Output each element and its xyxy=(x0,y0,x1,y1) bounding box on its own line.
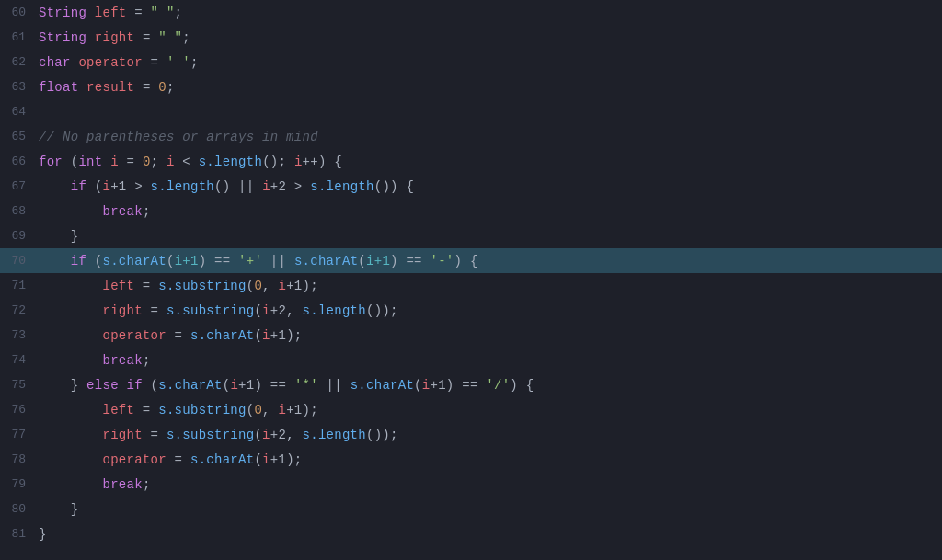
line-content: if (s.charAt(i+1) == '+' || s.charAt(i+1… xyxy=(39,254,933,269)
line-number: 68 xyxy=(0,204,39,218)
line-number: 64 xyxy=(0,105,39,119)
line-content: right = s.substring(i+2, s.length()); xyxy=(39,428,933,442)
line-content: if (i+1 > s.length() || i+2 > s.length()… xyxy=(39,179,933,194)
line-content: } xyxy=(39,502,933,517)
line-number: 77 xyxy=(0,428,39,441)
line-content: } xyxy=(39,527,933,542)
line-number: 78 xyxy=(0,452,39,466)
line-number: 76 xyxy=(0,403,39,417)
line-number: 75 xyxy=(0,378,39,392)
code-line: 72 right = s.substring(i+2, s.length()); xyxy=(0,298,942,323)
code-line: 70 if (s.charAt(i+1) == '+' || s.charAt(… xyxy=(0,248,942,273)
line-content: left = s.substring(0, i+1); xyxy=(39,403,933,417)
line-content: operator = s.charAt(i+1); xyxy=(39,452,933,467)
line-number: 60 xyxy=(0,6,39,19)
code-line: 64 xyxy=(0,99,942,124)
line-content: float result = 0; xyxy=(39,80,933,95)
line-number: 67 xyxy=(0,179,39,193)
code-line: 67 if (i+1 > s.length() || i+2 > s.lengt… xyxy=(0,174,942,199)
line-content: operator = s.charAt(i+1); xyxy=(39,328,933,343)
code-line: 69 } xyxy=(0,223,942,248)
line-number: 81 xyxy=(0,527,39,541)
line-number: 69 xyxy=(0,229,39,243)
line-number: 65 xyxy=(0,130,39,143)
line-content: for (int i = 0; i < s.length(); i++) { xyxy=(39,154,933,169)
code-line: 60String left = " "; xyxy=(0,0,942,25)
code-line: 71 left = s.substring(0, i+1); xyxy=(0,273,942,298)
line-number: 74 xyxy=(0,353,39,367)
line-content: char operator = ' '; xyxy=(39,55,933,70)
code-line: 61String right = " "; xyxy=(0,25,942,50)
line-number: 63 xyxy=(0,80,39,94)
line-content: String right = " "; xyxy=(39,30,933,45)
line-number: 61 xyxy=(0,30,39,44)
code-line: 77 right = s.substring(i+2, s.length()); xyxy=(0,422,942,447)
code-line: 78 operator = s.charAt(i+1); xyxy=(0,447,942,472)
code-line: 73 operator = s.charAt(i+1); xyxy=(0,323,942,348)
code-line: 81} xyxy=(0,521,942,546)
line-number: 79 xyxy=(0,477,39,491)
line-content: // No parentheses or arrays in mind xyxy=(39,130,933,144)
code-line: 76 left = s.substring(0, i+1); xyxy=(0,397,942,422)
line-content: right = s.substring(i+2, s.length()); xyxy=(39,303,933,318)
line-number: 71 xyxy=(0,279,39,292)
line-content: break; xyxy=(39,477,933,492)
line-number: 66 xyxy=(0,154,39,168)
line-content: String left = " "; xyxy=(39,6,933,20)
code-line: 79 break; xyxy=(0,472,942,497)
line-number: 62 xyxy=(0,55,39,69)
code-line: 74 break; xyxy=(0,348,942,372)
code-line: 80 } xyxy=(0,497,942,521)
code-line: 63float result = 0; xyxy=(0,74,942,99)
line-content: } else if (s.charAt(i+1) == '*' || s.cha… xyxy=(39,378,933,393)
line-content: break; xyxy=(39,353,933,368)
code-line: 66for (int i = 0; i < s.length(); i++) { xyxy=(0,149,942,174)
code-editor: 60String left = " ";61String right = " "… xyxy=(0,0,942,560)
line-number: 73 xyxy=(0,328,39,342)
line-number: 72 xyxy=(0,303,39,317)
code-line: 65// No parentheses or arrays in mind xyxy=(0,124,942,149)
line-content: } xyxy=(39,229,933,244)
line-content: left = s.substring(0, i+1); xyxy=(39,279,933,293)
line-number: 70 xyxy=(0,254,39,268)
code-line: 62char operator = ' '; xyxy=(0,50,942,74)
code-line: 75 } else if (s.charAt(i+1) == '*' || s.… xyxy=(0,372,942,397)
line-content: break; xyxy=(39,204,933,219)
line-number: 80 xyxy=(0,502,39,516)
code-line: 68 break; xyxy=(0,199,942,223)
